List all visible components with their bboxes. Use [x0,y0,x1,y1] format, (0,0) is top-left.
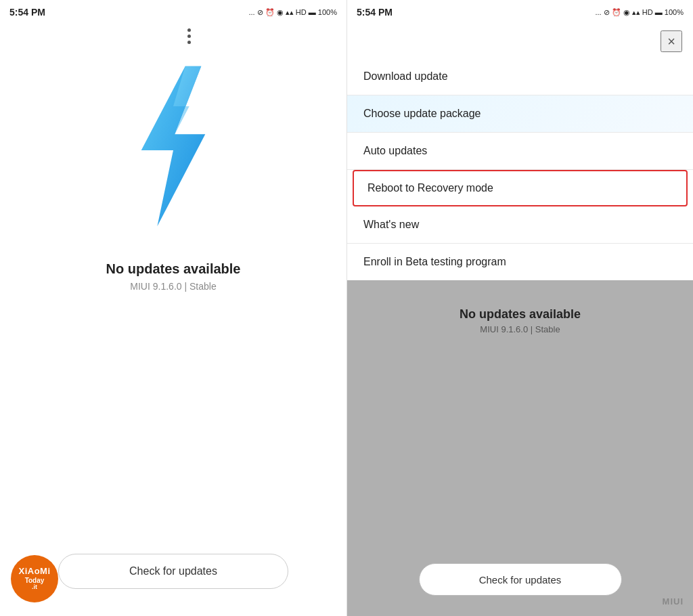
menu-item-auto-updates[interactable]: Auto updates [347,133,693,170]
bottom-no-updates-label: No updates available [460,307,581,322]
menu-item-choose-package-label: Choose update package [363,108,480,119]
right-signal-icons: ... ⊘ ⏰ ◉ ▴▴ HD ▬ 100% [595,8,684,17]
left-main-content: No updates available MIUI 9.1.6.0 | Stab… [0,24,346,616]
left-status-icons: ... ⊘ ⏰ ◉ ▴▴ HD ▬ 100% [248,8,337,17]
close-button[interactable]: × [661,30,682,52]
menu-item-whats-new[interactable]: What's new [347,206,693,244]
watermark-circle: XiAoMi Today .it [11,555,58,602]
check-for-updates-button[interactable]: Check for updates [58,554,288,589]
menu-item-download-update-label: Download update [363,70,448,82]
right-phone: 5:54 PM ... ⊘ ⏰ ◉ ▴▴ HD ▬ 100% × Downloa… [346,0,693,616]
watermark-it: .it [32,584,37,591]
menu-item-reboot-recovery-label: Reboot to Recovery mode [367,182,493,194]
svg-marker-0 [141,66,206,226]
menu-item-auto-updates-label: Auto updates [363,145,427,156]
menu-item-enroll-beta-label: Enroll in Beta testing program [363,256,506,267]
lightning-bolt-svg [106,58,241,234]
miui-logo [99,51,248,241]
dropdown-menu: Download update Choose update package Au… [347,58,693,280]
menu-item-choose-package[interactable]: Choose update package [347,95,693,133]
miui-watermark: MIUI [663,596,684,607]
menu-item-download-update[interactable]: Download update [347,58,693,95]
menu-item-enroll-beta[interactable]: Enroll in Beta testing program [347,244,693,280]
menu-item-reboot-recovery[interactable]: Reboot to Recovery mode [353,170,688,206]
bottom-gray-overlay: No updates available MIUI 9.1.6.0 | Stab… [347,280,693,616]
left-phone: 5:54 PM ... ⊘ ⏰ ◉ ▴▴ HD ▬ 100% [0,0,346,616]
bottom-check-btn-container: Check for updates [347,563,693,596]
bottom-version-label: MIUI 9.1.6.0 | Stable [480,324,560,334]
left-status-bar: 5:54 PM ... ⊘ ⏰ ◉ ▴▴ HD ▬ 100% [0,0,346,24]
bottom-check-for-updates-button[interactable]: Check for updates [419,563,622,596]
menu-item-whats-new-label: What's new [363,219,419,230]
right-top-bar: × [347,24,693,58]
right-status-icons: ... ⊘ ⏰ ◉ ▴▴ HD ▬ 100% [595,8,684,17]
right-status-bar: 5:54 PM ... ⊘ ⏰ ◉ ▴▴ HD ▬ 100% [347,0,693,24]
xiaomi-today-watermark: XiAoMi Today .it [11,555,58,602]
three-dots-menu[interactable] [187,28,191,44]
right-time: 5:54 PM [357,7,393,18]
version-label: MIUI 9.1.6.0 | Stable [130,281,216,292]
signal-icons: ... ⊘ ⏰ ◉ ▴▴ HD ▬ 100% [248,8,337,17]
no-updates-label: No updates available [106,261,241,277]
left-time: 5:54 PM [9,7,45,18]
watermark-xiaomi: XiAoMi [18,567,50,576]
